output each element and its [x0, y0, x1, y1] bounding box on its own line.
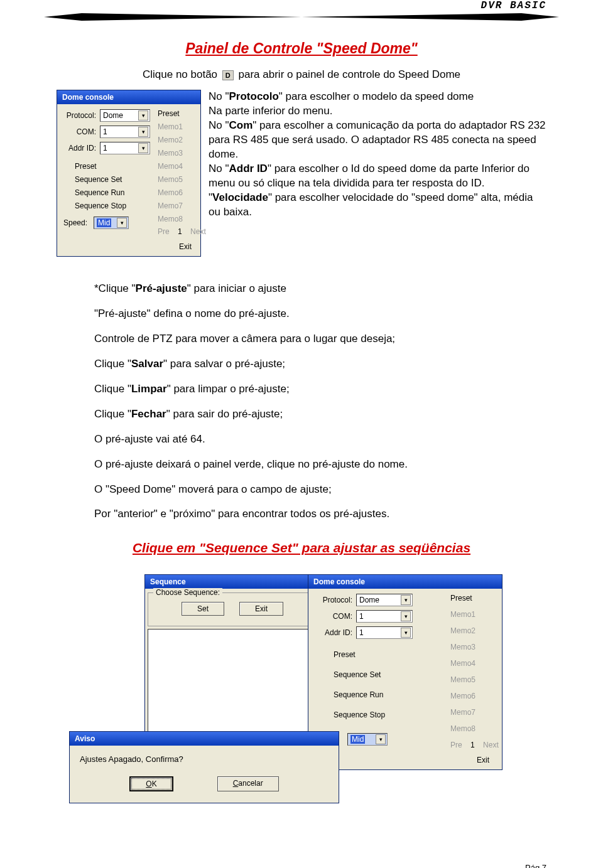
page-number: Pág.7	[57, 863, 546, 868]
com-label: COM:	[63, 127, 96, 136]
memo-item[interactable]: Memo5	[158, 175, 197, 184]
intro-prefix: Clique no botão	[143, 68, 217, 80]
memo-item[interactable]: Memo8	[158, 215, 197, 223]
text: O pré-ajuste vai até 64.	[94, 432, 546, 447]
chevron-down-icon[interactable]: ▾	[138, 143, 148, 153]
memo-item[interactable]: Memo1	[158, 122, 197, 131]
text: *Clique "	[94, 282, 136, 294]
header-divider	[57, 13, 546, 21]
memo-item[interactable]: Memo6	[158, 188, 197, 197]
d-button-icon[interactable]: D	[222, 70, 234, 80]
chevron-down-icon[interactable]: ▾	[138, 127, 148, 137]
speed-combo[interactable]: Mid ▾	[94, 217, 129, 229]
memo-item[interactable]: Memo5	[450, 675, 496, 684]
com-combo[interactable]: 1 ▾	[356, 610, 413, 623]
addr-combo[interactable]: 1 ▾	[100, 142, 150, 154]
preset-link[interactable]: Preset	[75, 162, 150, 171]
text-bold: Addr ID	[229, 163, 268, 174]
text: " para iniciar o ajuste	[187, 282, 286, 294]
memo-item[interactable]: Memo7	[450, 708, 496, 717]
next-link[interactable]: Next	[190, 227, 206, 236]
sequence-set-link[interactable]: Sequence Set	[75, 175, 150, 184]
header-brand: DVR BASIC	[57, 0, 546, 11]
aviso-message: Ajustes Apagado, Confirma?	[80, 754, 329, 764]
speed-value: Mid	[97, 218, 111, 227]
chevron-down-icon[interactable]: ▾	[401, 611, 411, 621]
preset-link[interactable]: Preset	[334, 650, 440, 659]
cancel-button[interactable]: Cancelar	[217, 776, 279, 791]
text: Controle de PTZ para mover a câmera para…	[94, 332, 546, 346]
text: Clique "	[94, 383, 131, 395]
addr-label: Addr ID:	[315, 628, 352, 637]
sequence-panel: Sequence Choose Sequence: Set Exit	[144, 574, 320, 758]
text: No "	[209, 163, 229, 174]
text: O "Speed Dome" moverá para o campo de aj…	[94, 483, 546, 497]
com-value: 1	[103, 127, 107, 136]
speed-label: Speed:	[63, 218, 91, 227]
next-link[interactable]: Next	[483, 741, 499, 749]
panel-title: Aviso	[70, 732, 339, 746]
com-label: COM:	[315, 612, 352, 621]
text: ancelar	[238, 779, 263, 788]
memo-item[interactable]: Memo2	[158, 136, 197, 144]
preset-memo[interactable]: Preset	[450, 594, 496, 603]
memo-item[interactable]: Memo6	[450, 692, 496, 700]
memo-item[interactable]: Memo4	[158, 162, 197, 171]
text: "Pré-ajuste" defina o nome do pré-ajuste…	[94, 307, 546, 321]
protocol-value: Dome	[359, 596, 379, 604]
chevron-down-icon[interactable]: ▾	[401, 628, 411, 638]
text-bold: Limpar	[131, 383, 167, 395]
addr-value: 1	[359, 628, 364, 637]
pre-link[interactable]: Pre	[158, 227, 170, 236]
speed-combo[interactable]: Mid ▾	[347, 733, 388, 746]
memo-item[interactable]: Memo8	[450, 724, 496, 733]
text: Clique "	[94, 408, 131, 420]
exit-button[interactable]: Exit	[239, 602, 283, 616]
protocol-combo[interactable]: Dome ▾	[100, 109, 150, 122]
addr-value: 1	[103, 144, 107, 153]
text: " para limpar o pré-ajuste;	[167, 383, 290, 395]
chevron-down-icon[interactable]: ▾	[117, 218, 127, 228]
intro-suffix: para abrir o painel de controle do Speed…	[239, 68, 460, 80]
protocol-value: Dome	[103, 111, 123, 120]
memo-item[interactable]: Memo3	[158, 149, 197, 158]
page-title: Painel de Controle "Speed Dome"	[57, 40, 546, 57]
com-combo[interactable]: 1 ▾	[100, 126, 150, 138]
sequence-stop-link[interactable]: Sequence Stop	[75, 201, 150, 210]
chevron-down-icon[interactable]: ▾	[138, 110, 148, 121]
preset-memo[interactable]: Preset	[158, 109, 197, 118]
set-button[interactable]: Set	[182, 602, 224, 616]
subtitle: Clique em "Sequence Set" para ajustar as…	[57, 540, 546, 555]
memo-item[interactable]: Memo1	[450, 610, 496, 619]
text: " para sair do pré-ajuste;	[166, 408, 283, 420]
ok-button[interactable]: OK	[129, 776, 173, 791]
panel-title: Dome console	[308, 575, 502, 589]
exit-link[interactable]: Exit	[477, 756, 489, 764]
exit-link[interactable]: Exit	[179, 242, 192, 251]
dome-console-panel-small: Dome console Protocol: Dome ▾ COM:	[57, 90, 201, 257]
memo-item[interactable]: Memo4	[450, 659, 496, 668]
text: Clique "	[94, 358, 131, 370]
sequence-set-link[interactable]: Sequence Set	[334, 670, 440, 679]
chevron-down-icon[interactable]: ▾	[401, 595, 411, 605]
text: " para escolher a comunicação da porta d…	[209, 119, 546, 160]
sequence-run-link[interactable]: Sequence Run	[334, 690, 440, 699]
addr-combo[interactable]: 1 ▾	[356, 626, 413, 639]
sequence-stop-link[interactable]: Sequence Stop	[334, 710, 440, 719]
page-num: 1	[178, 227, 182, 236]
text-bold: Com	[229, 119, 253, 131]
intro-line: Clique no botão D para abrir o painel de…	[57, 68, 546, 81]
text-bold: Pré-ajuste	[136, 282, 187, 294]
chevron-down-icon[interactable]: ▾	[376, 734, 386, 744]
pre-link[interactable]: Pre	[450, 741, 462, 749]
memo-item[interactable]: Memo2	[450, 626, 496, 635]
instructions-block: *Clique "Pré-ajuste" para iniciar o ajus…	[94, 282, 546, 522]
text-bold: Fechar	[131, 408, 166, 420]
memo-item[interactable]: Memo7	[158, 201, 197, 210]
text: O	[146, 780, 151, 788]
memo-item[interactable]: Memo3	[450, 643, 496, 651]
sequence-run-link[interactable]: Sequence Run	[75, 188, 150, 197]
text: O pré-ajuste deixará o painel verde, cli…	[94, 458, 546, 472]
protocol-combo[interactable]: Dome ▾	[356, 594, 413, 606]
text: No "	[209, 119, 229, 131]
